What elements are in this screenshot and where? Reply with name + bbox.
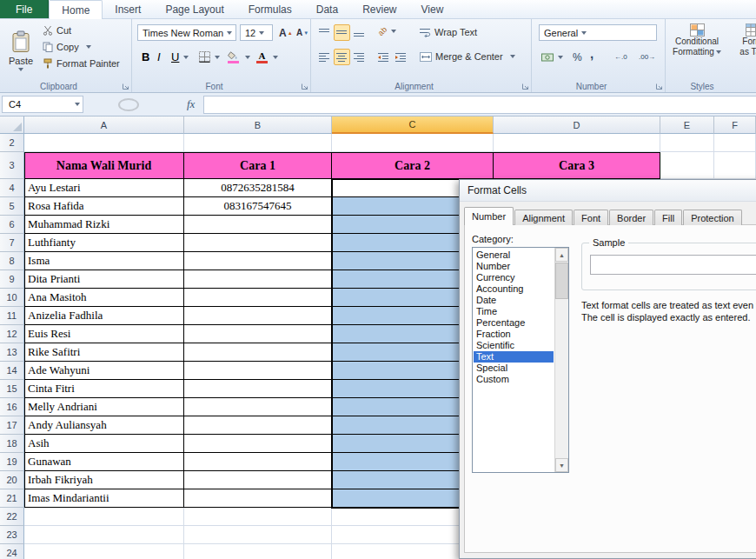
number-dialog-launcher[interactable] <box>655 83 663 90</box>
category-item-accounting[interactable]: Accounting <box>474 283 554 295</box>
row-header-6[interactable]: 6 <box>0 216 24 234</box>
column-header-B[interactable]: B <box>184 116 332 134</box>
font-name-dropdown-arrow[interactable] <box>227 31 232 35</box>
cell-A20[interactable]: Irbah Fikriyah <box>24 471 184 489</box>
dialog-tab-font[interactable]: Font <box>574 210 608 225</box>
font-color-dropdown-arrow[interactable] <box>273 56 278 59</box>
column-header-E[interactable]: E <box>660 116 714 134</box>
row-header-21[interactable]: 21 <box>0 489 24 508</box>
cell-B23[interactable] <box>184 526 332 544</box>
cell-A6[interactable]: Muhammad Rizki <box>24 216 184 234</box>
align-right-button[interactable] <box>351 49 368 65</box>
category-item-time[interactable]: Time <box>474 306 554 317</box>
cell-B15[interactable] <box>184 380 332 398</box>
row-header-19[interactable]: 19 <box>0 453 24 471</box>
cell-B7[interactable] <box>184 234 332 252</box>
row-header-23[interactable]: 23 <box>0 526 24 544</box>
row-header-14[interactable]: 14 <box>0 362 24 380</box>
alignment-dialog-launcher[interactable] <box>521 83 529 90</box>
cell-A4[interactable]: Ayu Lestari <box>24 179 184 197</box>
cell-B4[interactable]: 0872635281584 <box>184 179 332 197</box>
wrap-text-button[interactable]: Wrap Text <box>417 26 480 38</box>
dialog-tab-fill[interactable]: Fill <box>654 210 682 225</box>
align-middle-button[interactable] <box>334 24 350 41</box>
number-format-combo[interactable]: General <box>539 24 657 41</box>
cell-B11[interactable] <box>184 307 332 325</box>
font-size-dropdown-arrow[interactable] <box>259 31 264 35</box>
font-size-combo[interactable]: 12 <box>240 24 273 41</box>
cell-E3[interactable] <box>660 152 714 179</box>
cell-A15[interactable]: Cinta Fitri <box>24 380 184 398</box>
accounting-dropdown-arrow[interactable] <box>558 56 563 59</box>
select-all-corner[interactable] <box>0 116 24 134</box>
cell-A23[interactable] <box>24 526 184 544</box>
column-header-C[interactable]: C <box>332 116 494 134</box>
cell-B17[interactable] <box>184 416 332 435</box>
cell-B12[interactable] <box>184 325 332 343</box>
category-item-general[interactable]: General <box>474 250 554 261</box>
underline-button[interactable]: U <box>169 49 191 65</box>
fill-color-dropdown-arrow[interactable] <box>245 56 250 59</box>
cell-A11[interactable]: Anizelia Fadhila <box>24 307 184 325</box>
category-item-special[interactable]: Special <box>474 363 554 374</box>
cell-A13[interactable]: Rike Safitri <box>24 343 184 362</box>
cell-A16[interactable]: Melly Andriani <box>24 398 184 416</box>
scrollbar-thumb[interactable] <box>555 263 568 299</box>
cell-B9[interactable] <box>184 270 332 289</box>
cell-A22[interactable] <box>24 508 184 526</box>
row-header-11[interactable]: 11 <box>0 307 24 325</box>
align-top-button[interactable] <box>316 24 333 41</box>
copy-dropdown-arrow[interactable] <box>86 45 91 49</box>
paste-dropdown-arrow[interactable] <box>18 68 23 71</box>
cell-A12[interactable]: Euis Resi <box>24 325 184 343</box>
grow-font-button[interactable]: A▲ <box>276 24 295 41</box>
category-item-scientific[interactable]: Scientific <box>474 340 554 351</box>
category-item-custom[interactable]: Custom <box>474 374 554 385</box>
row-header-5[interactable]: 5 <box>0 197 24 216</box>
align-bottom-button[interactable] <box>351 24 368 41</box>
cell-B24[interactable] <box>184 544 332 559</box>
dialog-tab-number[interactable]: Number <box>464 207 514 225</box>
accounting-format-button[interactable] <box>539 49 566 65</box>
cell-B16[interactable] <box>184 398 332 416</box>
row-header-15[interactable]: 15 <box>0 380 24 398</box>
dialog-tab-alignment[interactable]: Alignment <box>514 210 573 225</box>
borders-button[interactable] <box>196 49 222 65</box>
copy-button[interactable]: Copy <box>40 41 94 53</box>
category-item-fraction[interactable]: Fraction <box>474 329 554 340</box>
cell-A2[interactable] <box>24 134 184 152</box>
align-center-button[interactable] <box>334 49 350 65</box>
cell-A8[interactable]: Isma <box>24 252 184 270</box>
row-header-8[interactable]: 8 <box>0 252 24 270</box>
cell-A7[interactable]: Luthfianty <box>24 234 184 252</box>
cell-F2[interactable] <box>714 134 756 152</box>
cell-D3[interactable]: Cara 3 <box>494 152 660 179</box>
row-header-22[interactable]: 22 <box>0 508 24 526</box>
column-header-F[interactable]: F <box>714 116 756 134</box>
italic-button[interactable]: I <box>155 49 163 65</box>
cell-E2[interactable] <box>660 134 714 152</box>
bold-button[interactable]: B <box>139 49 152 65</box>
merge-center-button[interactable]: Merge & Center <box>417 50 518 63</box>
fill-color-button[interactable] <box>224 49 242 65</box>
category-item-text[interactable]: Text <box>474 351 554 363</box>
name-box[interactable]: C4 <box>2 96 83 113</box>
conditional-formatting-button[interactable]: Conditional Formatting <box>669 23 725 57</box>
name-box-dropdown-arrow[interactable] <box>75 103 80 106</box>
number-format-dropdown-arrow[interactable] <box>581 31 587 35</box>
row-header-2[interactable]: 2 <box>0 134 24 152</box>
cell-D2[interactable] <box>494 134 660 152</box>
font-dialog-launcher[interactable] <box>301 83 308 90</box>
cell-A18[interactable]: Asih <box>24 435 184 453</box>
paste-button[interactable]: Paste <box>3 22 38 79</box>
cell-B13[interactable] <box>184 343 332 362</box>
row-header-9[interactable]: 9 <box>0 270 24 289</box>
cell-B21[interactable] <box>184 489 332 508</box>
cell-A3[interactable]: Nama Wali Murid <box>24 152 184 179</box>
cell-B18[interactable] <box>184 435 332 453</box>
underline-dropdown-arrow[interactable] <box>183 56 189 59</box>
dialog-title[interactable]: Format Cells <box>460 180 756 202</box>
increase-decimal-button[interactable]: ←.0 <box>612 49 630 65</box>
ribbon-tab-view[interactable]: View <box>409 0 456 18</box>
category-item-date[interactable]: Date <box>474 295 554 306</box>
